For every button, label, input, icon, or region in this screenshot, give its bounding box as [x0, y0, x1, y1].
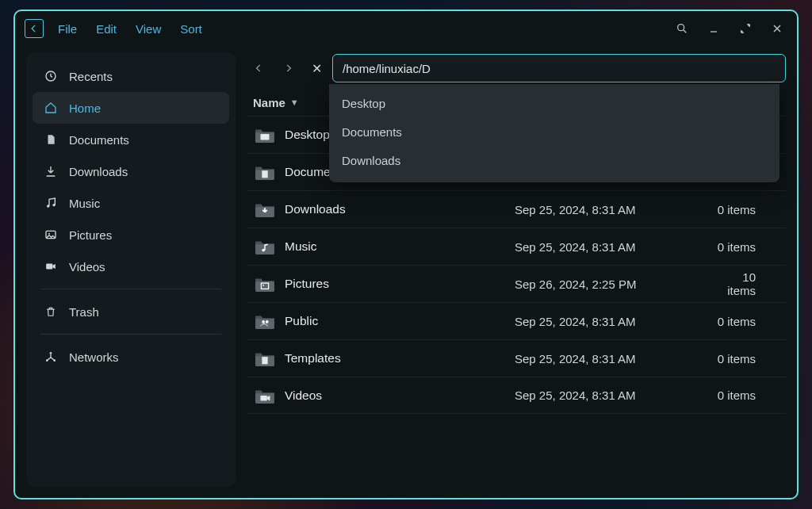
folder-icon [253, 200, 277, 219]
svg-point-0 [678, 25, 684, 31]
minimize-icon[interactable] [703, 18, 724, 39]
sidebar-item-label: Home [69, 101, 101, 115]
nav-back-button[interactable] [247, 56, 270, 80]
file-row[interactable]: TemplatesSep 25, 2024, 8:31 AM0 items [247, 339, 786, 377]
file-date: Sep 25, 2024, 8:31 AM [515, 352, 713, 365]
sidebar-item-documents[interactable]: Documents [33, 124, 229, 155]
sort-desc-icon: ▼ [290, 98, 299, 107]
file-name: Templates [285, 351, 515, 365]
close-icon[interactable] [767, 18, 787, 39]
file-name: Pictures [285, 277, 515, 291]
file-date: Sep 25, 2024, 8:31 AM [515, 203, 713, 216]
file-row[interactable]: DownloadsSep 25, 2024, 8:31 AM0 items [247, 190, 786, 228]
svg-point-18 [262, 285, 264, 286]
trash-icon [44, 305, 58, 318]
sidebar-item-label: Music [69, 197, 100, 210]
svg-point-9 [48, 233, 50, 235]
file-item-count: 0 items [713, 315, 779, 328]
path-suggestions: Desktop Documents Downloads [329, 84, 779, 182]
sidebar-item-home[interactable]: Home [33, 92, 229, 124]
file-item-count: 10 items [713, 270, 779, 297]
main-pane: ✕ Name ▼ DesktopDocumenDownloadsSep 25, … [247, 52, 786, 487]
file-name: Downloads [285, 202, 515, 216]
suggestion-item[interactable]: Desktop [329, 89, 779, 117]
file-row[interactable]: MusicSep 25, 2024, 8:31 AM0 items [247, 228, 786, 265]
nav-forward-button[interactable] [277, 56, 301, 80]
music-icon [44, 197, 58, 209]
download-icon [44, 165, 58, 178]
svg-rect-15 [262, 170, 267, 178]
folder-icon [253, 125, 277, 144]
sidebar-item-label: Documents [69, 133, 129, 147]
file-item-count: 0 items [713, 240, 779, 254]
file-item-count: 0 items [713, 203, 779, 216]
app-logo-icon [25, 19, 44, 38]
sidebar-item-downloads[interactable]: Downloads [33, 155, 229, 187]
svg-rect-14 [261, 134, 270, 140]
file-date: Sep 25, 2024, 8:31 AM [515, 240, 713, 254]
svg-line-1 [684, 30, 686, 33]
sidebar-item-label: Trash [69, 305, 99, 319]
menu-view[interactable]: View [136, 22, 161, 36]
image-icon [44, 228, 58, 241]
sidebar-item-networks[interactable]: Networks [33, 341, 229, 373]
svg-point-13 [50, 352, 52, 354]
suggestion-item[interactable]: Downloads [329, 146, 779, 174]
folder-icon [253, 237, 277, 256]
file-manager-window: File Edit View Sort Recents Home [13, 10, 799, 499]
folder-icon [253, 349, 277, 368]
titlebar: File Edit View Sort [15, 11, 797, 46]
file-item-count: 0 items [713, 388, 779, 402]
clock-icon [44, 70, 58, 82]
folder-icon [253, 312, 277, 331]
sidebar-item-label: Networks [69, 350, 119, 364]
sidebar: Recents Home Documents Downloads Music P… [26, 52, 236, 487]
svg-rect-22 [261, 396, 267, 400]
suggestion-item[interactable]: Documents [329, 117, 779, 146]
path-bar: ✕ [247, 52, 786, 84]
file-name: Public [285, 314, 515, 328]
sidebar-item-recents[interactable]: Recents [33, 60, 229, 92]
svg-point-20 [266, 320, 269, 323]
home-icon [44, 101, 58, 114]
sidebar-item-label: Recents [69, 70, 113, 83]
menubar: File Edit View Sort [58, 22, 202, 36]
separator [40, 289, 221, 289]
svg-rect-21 [262, 357, 267, 364]
network-icon [44, 350, 58, 363]
file-date: Sep 25, 2024, 8:31 AM [515, 315, 713, 328]
file-name: Music [285, 239, 515, 254]
video-icon [44, 261, 58, 272]
sidebar-item-pictures[interactable]: Pictures [33, 219, 229, 251]
maximize-icon[interactable] [735, 18, 756, 39]
svg-point-7 [52, 204, 55, 206]
menu-file[interactable]: File [58, 22, 77, 36]
sidebar-item-label: Videos [69, 260, 105, 274]
file-date: Sep 26, 2024, 2:25 PM [515, 277, 713, 291]
sidebar-item-label: Pictures [69, 228, 112, 242]
separator [40, 334, 221, 335]
svg-rect-10 [46, 264, 52, 270]
folder-icon [253, 386, 277, 405]
file-row[interactable]: PublicSep 25, 2024, 8:31 AM0 items [247, 302, 786, 339]
sidebar-item-trash[interactable]: Trash [33, 296, 229, 327]
folder-icon [253, 274, 277, 293]
sidebar-item-music[interactable]: Music [33, 187, 229, 219]
file-item-count: 0 items [713, 352, 779, 365]
menu-edit[interactable]: Edit [96, 22, 117, 36]
search-icon[interactable] [672, 18, 692, 39]
file-icon [44, 133, 58, 146]
sidebar-item-videos[interactable]: Videos [33, 251, 229, 282]
svg-point-19 [262, 320, 265, 323]
menu-sort[interactable]: Sort [180, 22, 202, 36]
svg-point-6 [47, 205, 49, 207]
folder-icon [253, 163, 277, 182]
sidebar-item-label: Downloads [69, 165, 128, 178]
path-input[interactable] [332, 54, 786, 82]
column-name: Name [253, 96, 285, 109]
file-row[interactable]: VideosSep 25, 2024, 8:31 AM0 items [247, 377, 786, 414]
close-path-button[interactable]: ✕ [307, 61, 326, 76]
file-date: Sep 25, 2024, 8:31 AM [515, 388, 713, 402]
file-name: Videos [285, 388, 515, 403]
file-row[interactable]: PicturesSep 26, 2024, 2:25 PM10 items [247, 265, 786, 302]
